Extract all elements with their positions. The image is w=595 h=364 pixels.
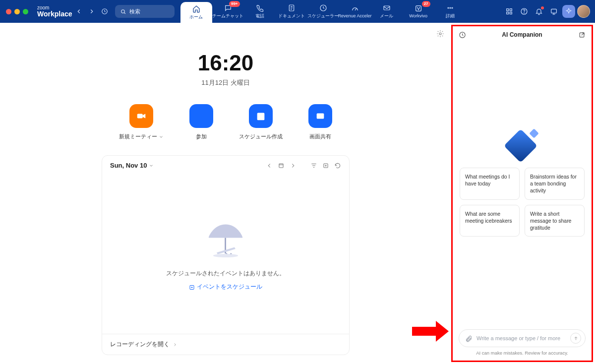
annotation-arrow	[412, 321, 451, 342]
nav-forward-button[interactable]	[86, 6, 97, 17]
search-icon	[120, 8, 126, 15]
tab-phone[interactable]: 電話	[244, 0, 276, 23]
filter-icon[interactable]	[310, 162, 317, 169]
ai-companion-toggle[interactable]	[562, 5, 575, 18]
chevron-down-icon	[149, 163, 154, 168]
schedule-event-link[interactable]: イベントをスケジュール	[189, 283, 262, 291]
gauge-icon	[351, 4, 359, 12]
action-schedule[interactable]: 19 スケジュール作成	[239, 104, 283, 140]
attach-icon[interactable]	[465, 335, 473, 342]
brand-small: zoom	[37, 5, 72, 10]
video-icon	[129, 104, 153, 128]
plus-icon	[189, 104, 213, 128]
settings-button[interactable]	[436, 30, 444, 40]
nav-back-button[interactable]	[73, 6, 84, 17]
phone-icon	[256, 4, 264, 12]
panel-title: AI Companion	[502, 31, 542, 38]
bell-icon[interactable]	[533, 5, 545, 18]
svg-point-14	[524, 13, 525, 13]
tab-documents[interactable]: ドキュメント	[276, 0, 307, 23]
title-bar: zoom Workplace 検索 ホーム 99+ チームチャット 電話 ドキュ…	[0, 0, 595, 23]
chevron-down-icon	[159, 134, 164, 139]
chevron-right-icon	[173, 342, 178, 347]
svg-rect-9	[507, 9, 509, 11]
suggestion-card[interactable]: Write a short message to share gratitude	[525, 205, 585, 237]
svg-rect-21	[279, 163, 283, 167]
tab-home[interactable]: ホーム	[180, 2, 212, 23]
help-icon[interactable]	[518, 5, 531, 18]
clock-date: 11月12日 火曜日	[0, 78, 451, 87]
svg-point-8	[452, 7, 453, 8]
open-cal-icon[interactable]	[278, 162, 285, 169]
svg-rect-4	[384, 6, 390, 10]
brand-big: Workplace	[37, 10, 72, 18]
svg-rect-15	[551, 9, 557, 13]
tab-more[interactable]: 詳細	[434, 0, 466, 23]
action-share-screen[interactable]: 画面共有	[308, 104, 332, 140]
user-avatar[interactable]	[577, 5, 590, 18]
suggestion-card[interactable]: What meetings do I have today	[460, 168, 520, 200]
refresh-icon[interactable]	[334, 162, 341, 169]
app-brand: zoom Workplace	[37, 5, 72, 18]
history-button[interactable]	[99, 6, 110, 17]
calendar-icon: 19	[249, 104, 273, 128]
ai-input[interactable]: Write a message or type / for more	[459, 329, 586, 347]
svg-point-16	[439, 33, 441, 35]
more-icon	[446, 4, 454, 12]
svg-point-7	[450, 7, 451, 8]
topbar-right	[498, 5, 595, 18]
ai-input-placeholder: Write a message or type / for more	[476, 335, 566, 341]
maximize-window-icon[interactable]	[23, 9, 28, 14]
suggestion-card[interactable]: Brainstorm ideas for a team bonding acti…	[525, 168, 585, 200]
home-icon	[192, 5, 200, 13]
tab-mail[interactable]: メール	[371, 0, 403, 23]
clock-icon	[319, 4, 327, 12]
add-cal-icon[interactable]	[322, 162, 329, 169]
ai-companion-panel: AI Companion What meetings do I have tod…	[451, 25, 593, 362]
tab-workvivo[interactable]: 27 Workvivo	[403, 0, 434, 23]
send-button[interactable]	[570, 333, 581, 344]
popout-icon[interactable]	[578, 31, 586, 39]
document-icon	[288, 4, 296, 12]
svg-text:19: 19	[259, 116, 263, 120]
badge-chat: 99+	[229, 1, 240, 7]
svg-rect-11	[507, 12, 509, 14]
close-window-icon[interactable]	[6, 9, 11, 14]
calendar-card: Sun, Nov 10 スケジュールされたイベントはありません。	[102, 155, 350, 355]
svg-point-1	[121, 9, 124, 12]
action-new-meeting[interactable]: 新規ミーティー	[119, 104, 164, 140]
clock-widget: 16:20 11月12日 火曜日	[0, 51, 451, 87]
empty-message: スケジュールされたイベントはありません。	[166, 269, 285, 278]
workvivo-icon	[415, 4, 422, 12]
share-up-icon	[308, 104, 332, 128]
svg-point-24	[213, 254, 238, 257]
whiteboard-icon[interactable]	[547, 5, 560, 18]
window-controls[interactable]	[0, 9, 34, 14]
clock-time: 16:20	[0, 51, 451, 75]
open-recordings[interactable]: レコーディングを開く	[102, 334, 349, 355]
tab-revenue[interactable]: Revenue Acceler	[339, 0, 371, 23]
empty-illustration	[203, 218, 248, 264]
home-main: 16:20 11月12日 火曜日 新規ミーティー 参加 19 スケジュール作成 …	[0, 23, 451, 364]
search-input[interactable]: 検索	[115, 5, 175, 18]
svg-point-6	[448, 7, 449, 8]
action-join[interactable]: 参加	[189, 104, 213, 140]
tab-team-chat[interactable]: 99+ チームチャット	[212, 0, 244, 23]
ai-disclaimer: AI can make mistakes. Review for accurac…	[459, 350, 586, 356]
prev-icon[interactable]	[266, 162, 273, 169]
tab-scheduler[interactable]: スケジューラー	[307, 0, 339, 23]
search-placeholder: 検索	[129, 8, 140, 15]
svg-rect-12	[510, 12, 512, 14]
suggestion-grid: What meetings do I have today Brainstorm…	[460, 168, 585, 237]
svg-rect-17	[137, 114, 143, 118]
history-icon[interactable]	[459, 31, 466, 39]
card-date-picker[interactable]: Sun, Nov 10	[110, 162, 154, 169]
calendar-plus-icon	[189, 284, 195, 290]
card-tools	[266, 162, 341, 169]
apps-icon[interactable]	[503, 5, 516, 18]
ai-sparkle-icon	[509, 131, 536, 158]
suggestion-card[interactable]: What are some meeting icebreakers	[460, 205, 520, 237]
minimize-window-icon[interactable]	[14, 9, 20, 14]
next-icon[interactable]	[290, 162, 297, 169]
svg-rect-20	[317, 114, 324, 119]
